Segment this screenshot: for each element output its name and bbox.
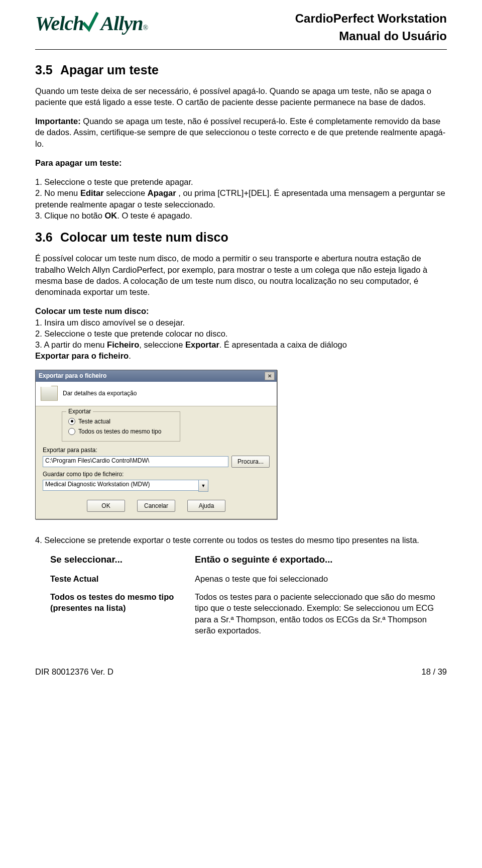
- logo-check-icon: [82, 12, 101, 35]
- s35-p3: Para apagar um teste:: [35, 157, 447, 168]
- logo-text-2: Allyn: [100, 12, 143, 35]
- logo-reg: ®: [143, 24, 148, 32]
- selection-table: Se seleccionar... Teste Actual Todos os …: [50, 554, 447, 643]
- help-button[interactable]: Ajuda: [187, 500, 225, 512]
- left-opt1: Teste Actual: [50, 573, 186, 584]
- s36-list: Colocar um teste num disco: 1. Insira um…: [35, 305, 447, 361]
- logo-text-1: Welch: [35, 12, 83, 35]
- dialog-subheader: Dar detalhes da exportação: [36, 382, 277, 406]
- ok-button[interactable]: OK: [87, 500, 125, 512]
- filetype-label: Guardar como tipo de ficheiro:: [43, 471, 270, 478]
- page-header: Welch Allyn ® CardioPerfect Workstation …: [35, 10, 447, 50]
- radio-icon[interactable]: [68, 428, 75, 435]
- brand-logo: Welch Allyn ®: [35, 10, 148, 35]
- doc-title-line1: CardioPerfect Workstation: [295, 10, 447, 28]
- right-desc1: Apenas o teste que foi seleccionado: [195, 573, 447, 584]
- section-3-6-title: 3.6Colocar um teste num disco: [35, 230, 447, 245]
- browse-button[interactable]: Procura...: [231, 456, 270, 468]
- s35-p1: Quando um teste deixa de ser necessário,…: [35, 85, 447, 108]
- chevron-down-icon[interactable]: ▼: [198, 480, 208, 492]
- folder-input[interactable]: C:\Program Files\Cardio Control\MDW\: [43, 456, 228, 467]
- page-footer: DIR 80012376 Ver. D 18 / 39: [35, 667, 447, 677]
- page-number: 18 / 39: [422, 667, 447, 677]
- folder-icon: [41, 386, 58, 401]
- cancel-button[interactable]: Cancelar: [137, 500, 175, 512]
- left-header: Se seleccionar...: [50, 554, 186, 566]
- close-icon[interactable]: ✕: [265, 372, 275, 380]
- s35-p2: Importante: Quando se apaga um teste, nã…: [35, 116, 447, 149]
- radio-icon-checked[interactable]: [68, 418, 75, 425]
- filetype-select[interactable]: Medical Diagnostic Workstation (MDW): [43, 480, 198, 491]
- radio-all-tests[interactable]: Todos os testes do mesmo tipo: [68, 426, 174, 436]
- doc-title: CardioPerfect Workstation Manual do Usuá…: [295, 10, 447, 45]
- section-3-5-title: 3.5Apagar um teste: [35, 63, 447, 77]
- step-4: 4. Seleccione se pretende exportar o tes…: [35, 534, 447, 546]
- dialog-title-bar[interactable]: Exportar para o ficheiro ✕: [36, 370, 277, 382]
- right-desc2: Todos os testes para o paciente seleccio…: [195, 591, 447, 636]
- group-legend: Exportar: [66, 408, 93, 415]
- s36-p1: É possível colocar um teste num disco, d…: [35, 253, 447, 297]
- left-opt2: Todos os testes do mesmo tipo (presentes…: [50, 591, 186, 614]
- dialog-title: Exportar para o ficheiro: [39, 372, 106, 379]
- right-header: Então o seguinte é exportado...: [195, 554, 447, 566]
- doc-title-line2: Manual do Usuário: [295, 28, 447, 45]
- s35-list: 1. Seleccione o teste que pretende apaga…: [35, 176, 447, 221]
- export-group: Exportar Teste actual Todos os testes do…: [62, 411, 180, 442]
- folder-label: Exportar para pasta:: [43, 447, 270, 454]
- export-dialog: Exportar para o ficheiro ✕ Dar detalhes …: [35, 370, 277, 519]
- radio-current-test[interactable]: Teste actual: [68, 416, 174, 426]
- dialog-subtitle: Dar detalhes da exportação: [63, 390, 137, 397]
- doc-ref: DIR 80012376 Ver. D: [35, 667, 113, 677]
